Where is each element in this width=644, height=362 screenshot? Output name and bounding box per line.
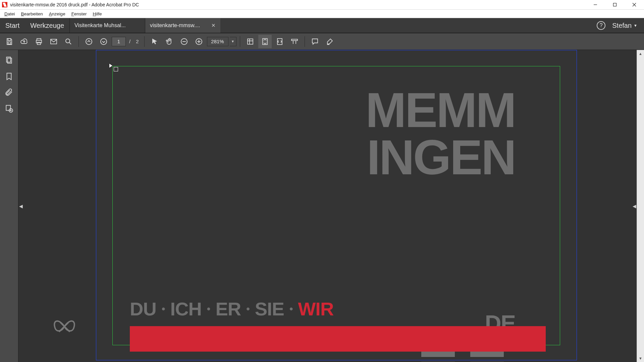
toolbar-separator xyxy=(240,36,240,47)
zoom-level[interactable]: 281% xyxy=(207,37,228,46)
fit-width-icon[interactable] xyxy=(273,35,286,48)
doc-tab-1-label: Visitenkarte Muhsal... xyxy=(74,22,126,28)
print-icon[interactable] xyxy=(32,35,46,48)
page-up-icon[interactable] xyxy=(82,35,96,48)
bookmarks-icon[interactable] xyxy=(5,72,13,81)
svg-point-11 xyxy=(101,39,107,45)
card-bottom-line: DU • ICH • ER • SIE • WIR xyxy=(130,298,333,320)
pdf-page: MEMM INGEN SIND WIR .DE DU • ICH • ER • … xyxy=(96,50,577,360)
vertical-scrollbar[interactable]: ▲ ▼ xyxy=(637,50,644,362)
doc-tab-2[interactable]: visitenkarte-mmsw.... ✕ xyxy=(145,18,220,33)
menu-fenster[interactable]: Fenster xyxy=(68,10,90,18)
card-word-wir: WIR xyxy=(298,298,333,320)
card-text-memm: MEMM xyxy=(366,86,515,134)
menu-hilfe[interactable]: Hilfe xyxy=(90,10,105,18)
mail-icon[interactable] xyxy=(47,35,60,48)
acrobat-icon xyxy=(2,2,7,7)
svg-rect-20 xyxy=(291,39,298,41)
card-word-er: ER xyxy=(215,298,241,320)
butterfly-logo-icon xyxy=(51,315,78,338)
menu-bar: Datei Bearbeiten Anzeige Fenster Hilfe xyxy=(0,10,644,18)
main-area: ◀ ◀ ▲ ▼ MEMM INGEN SIND WIR .DE DU • ICH… xyxy=(0,50,644,362)
user-menu[interactable]: Stefan ▼ xyxy=(612,22,637,29)
cursor-icon xyxy=(109,64,112,68)
window-controls xyxy=(586,0,644,10)
fit-window-icon[interactable] xyxy=(244,35,257,48)
help-icon[interactable]: ? xyxy=(597,21,605,30)
tab-start[interactable]: Start xyxy=(0,18,25,33)
menu-bearbeiten[interactable]: Bearbeiten xyxy=(18,10,46,18)
document-viewport[interactable]: ◀ ◀ ▲ ▼ MEMM INGEN SIND WIR .DE DU • ICH… xyxy=(18,50,644,362)
read-mode-icon[interactable] xyxy=(288,35,301,48)
page-number-input[interactable] xyxy=(112,37,126,46)
svg-rect-1 xyxy=(613,3,616,6)
dot-icon: • xyxy=(162,303,165,315)
menu-anzeige[interactable]: Anzeige xyxy=(46,10,68,18)
fit-page-icon[interactable] xyxy=(258,35,272,48)
svg-rect-4 xyxy=(8,42,11,44)
zoom-out-icon[interactable] xyxy=(177,35,191,48)
card-text-ingen: INGEN xyxy=(367,133,515,181)
svg-rect-7 xyxy=(37,42,41,45)
thumbnails-icon[interactable] xyxy=(5,56,13,65)
collapse-left-icon[interactable]: ◀ xyxy=(18,196,23,216)
dot-icon: • xyxy=(207,303,210,315)
svg-point-9 xyxy=(66,39,70,43)
doc-tab-1[interactable]: Visitenkarte Muhsal... xyxy=(69,18,145,33)
toolbar-separator xyxy=(144,36,145,47)
navigation-rail xyxy=(0,50,18,362)
doc-tab-2-label: visitenkarte-mmsw.... xyxy=(150,22,200,28)
toolbar-separator xyxy=(78,36,79,47)
svg-rect-23 xyxy=(6,105,10,110)
toolbar: / 2 281% ▼ xyxy=(0,33,644,50)
zoom-dropdown-icon[interactable]: ▼ xyxy=(230,37,236,46)
scroll-up-icon[interactable]: ▲ xyxy=(637,50,644,57)
highlight-tool-icon[interactable] xyxy=(323,35,336,48)
zoom-in-icon[interactable] xyxy=(192,35,206,48)
svg-rect-17 xyxy=(248,39,253,44)
search-icon[interactable] xyxy=(62,35,75,48)
scroll-down-icon[interactable]: ▼ xyxy=(637,355,644,362)
comment-icon[interactable] xyxy=(308,35,322,48)
title-bar: visitenkarte-mmsw.de 2016 druck.pdf - Ad… xyxy=(0,0,644,10)
card-vertical-group: SIND WIR xyxy=(418,183,515,327)
minimize-button[interactable] xyxy=(586,0,605,10)
user-name: Stefan xyxy=(612,22,632,29)
tab-bar: Start Werkzeuge Visitenkarte Muhsal... v… xyxy=(0,18,644,33)
toolbar-separator xyxy=(305,36,305,47)
attachments-icon[interactable] xyxy=(5,88,13,97)
card-red-bar xyxy=(130,326,546,352)
hand-tool-icon[interactable] xyxy=(163,35,176,48)
collapse-right-icon[interactable]: ◀ xyxy=(632,196,637,216)
dot-icon: • xyxy=(246,303,250,315)
page-separator: / xyxy=(127,39,132,44)
save-icon[interactable] xyxy=(3,35,16,48)
doc-tab-2-close-icon[interactable]: ✕ xyxy=(211,22,216,28)
card-word-sie: SIE xyxy=(255,298,284,320)
tab-werkzeuge[interactable]: Werkzeuge xyxy=(25,18,69,33)
svg-rect-21 xyxy=(6,57,10,62)
maximize-button[interactable] xyxy=(605,0,625,10)
menu-datei[interactable]: Datei xyxy=(1,10,18,18)
card-word-du: DU xyxy=(130,298,156,320)
crop-handle[interactable] xyxy=(114,67,118,71)
cloud-upload-icon[interactable] xyxy=(17,35,31,48)
dot-icon: • xyxy=(289,303,293,315)
svg-point-10 xyxy=(86,39,92,45)
window-title: visitenkarte-mmsw.de 2016 druck.pdf - Ad… xyxy=(10,2,139,7)
chevron-down-icon: ▼ xyxy=(634,23,637,27)
page-down-icon[interactable] xyxy=(97,35,110,48)
selection-arrow-icon[interactable] xyxy=(148,35,161,48)
layers-icon[interactable] xyxy=(5,104,13,113)
svg-rect-22 xyxy=(8,58,12,63)
card-word-ich: ICH xyxy=(170,298,201,320)
page-total: 2 xyxy=(134,39,141,44)
close-button[interactable] xyxy=(625,0,644,10)
